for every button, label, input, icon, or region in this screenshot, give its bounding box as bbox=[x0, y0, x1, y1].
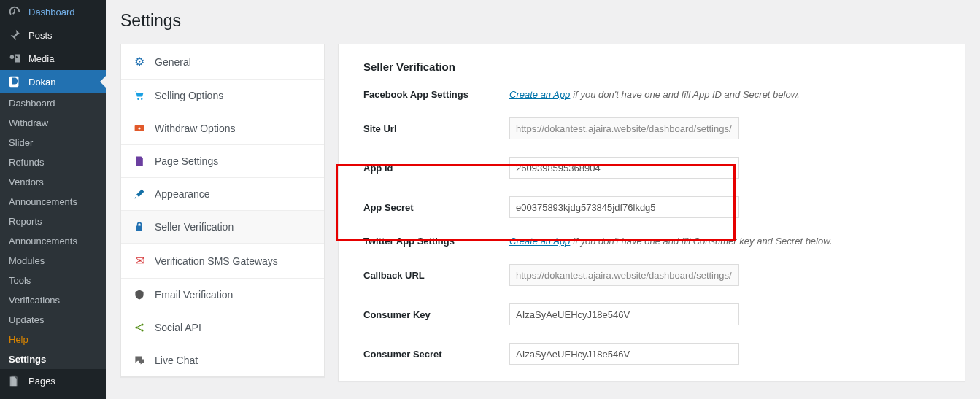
menu-label: Pages bbox=[28, 376, 55, 387]
menu-media[interactable]: Media bbox=[0, 47, 106, 70]
tab-email[interactable]: Email Verification bbox=[121, 279, 324, 311]
row-app-id: App Id bbox=[363, 157, 940, 179]
input-callback bbox=[509, 264, 739, 286]
tab-chat[interactable]: Live Chat bbox=[121, 344, 324, 376]
row-app-secret: App Secret bbox=[363, 196, 940, 218]
share-icon bbox=[133, 322, 146, 333]
tab-pages[interactable]: Page Settings bbox=[121, 145, 324, 178]
label-app-secret: App Secret bbox=[363, 202, 509, 213]
tab-social[interactable]: Social API bbox=[121, 311, 324, 344]
row-consumer-key: Consumer Key bbox=[363, 303, 940, 325]
submenu-modules[interactable]: Modules bbox=[0, 251, 106, 271]
label-consumer-key: Consumer Key bbox=[363, 309, 509, 320]
hint-twitter: if you don't have one and fill Consumer … bbox=[573, 236, 832, 247]
input-app-secret[interactable] bbox=[509, 196, 739, 218]
main-content: Settings ⚙ General Selling Options bbox=[106, 0, 980, 399]
svg-point-2 bbox=[137, 98, 139, 100]
menu-pages[interactable]: Pages bbox=[0, 369, 106, 392]
tab-sms[interactable]: ✉ Verification SMS Gateways bbox=[121, 244, 324, 279]
withdraw-icon bbox=[133, 123, 146, 134]
panel-heading: Seller Verification bbox=[363, 61, 940, 73]
label-facebook: Facebook App Settings bbox=[363, 89, 509, 100]
brush-icon bbox=[133, 188, 146, 200]
link-create-fb-app[interactable]: Create an App bbox=[509, 89, 570, 100]
submenu-reports[interactable]: Reports bbox=[0, 212, 106, 231]
menu-label: Dokan bbox=[28, 77, 56, 88]
dokan-submenu: Dashboard Withdraw Slider Refunds Vendor… bbox=[0, 93, 106, 369]
svg-point-0 bbox=[10, 55, 14, 59]
submenu-refunds[interactable]: Refunds bbox=[0, 152, 106, 172]
shield-icon bbox=[133, 289, 146, 301]
admin-sidebar: Dashboard Posts Media Dokan Dashboard Wi… bbox=[0, 0, 106, 399]
pages-icon bbox=[7, 374, 22, 387]
media-icon bbox=[7, 52, 22, 65]
submenu-settings[interactable]: Settings bbox=[0, 349, 106, 369]
tab-selling[interactable]: Selling Options bbox=[121, 80, 324, 112]
submenu-dashboard[interactable]: Dashboard bbox=[0, 93, 106, 113]
submenu-vendors[interactable]: Vendors bbox=[0, 172, 106, 192]
row-callback: Callback URL bbox=[363, 264, 940, 286]
svg-point-6 bbox=[135, 326, 137, 328]
input-consumer-secret[interactable] bbox=[509, 343, 739, 365]
submenu-tools[interactable]: Tools bbox=[0, 271, 106, 290]
input-app-id[interactable] bbox=[509, 157, 739, 179]
menu-posts[interactable]: Posts bbox=[0, 23, 106, 47]
tab-label: Appearance bbox=[155, 188, 210, 200]
envelope-icon: ✉ bbox=[133, 254, 146, 268]
settings-panel: Seller Verification Facebook App Setting… bbox=[338, 44, 965, 381]
tab-label: Live Chat bbox=[155, 355, 198, 366]
submenu-announcements[interactable]: Announcements bbox=[0, 192, 106, 212]
chat-icon bbox=[133, 355, 146, 366]
tab-label: Email Verification bbox=[155, 289, 233, 301]
tab-general[interactable]: ⚙ General bbox=[121, 44, 324, 80]
svg-point-7 bbox=[141, 323, 143, 325]
settings-tabs: ⚙ General Selling Options Withdraw Optio… bbox=[120, 44, 325, 377]
cart-icon bbox=[133, 90, 146, 101]
page-title: Settings bbox=[120, 0, 965, 44]
input-site-url bbox=[509, 117, 739, 139]
label-site-url: Site Url bbox=[363, 123, 509, 134]
tab-label: Social API bbox=[155, 322, 201, 333]
hint-facebook: if you don't have one and fill App ID an… bbox=[573, 89, 800, 100]
gear-icon: ⚙ bbox=[133, 55, 146, 69]
tab-label: Page Settings bbox=[155, 155, 218, 167]
row-site-url: Site Url bbox=[363, 117, 940, 139]
menu-label: Posts bbox=[28, 30, 53, 41]
svg-point-8 bbox=[141, 329, 143, 331]
submenu-help[interactable]: Help bbox=[0, 330, 106, 349]
lock-icon bbox=[133, 221, 146, 233]
tab-label: Seller Verification bbox=[155, 221, 234, 233]
svg-point-5 bbox=[138, 127, 140, 129]
row-consumer-secret: Consumer Secret bbox=[363, 343, 940, 365]
submenu-withdraw[interactable]: Withdraw bbox=[0, 113, 106, 133]
label-app-id: App Id bbox=[363, 163, 509, 174]
tab-label: General bbox=[155, 56, 191, 68]
svg-point-3 bbox=[141, 98, 142, 100]
tab-seller-verification[interactable]: Seller Verification bbox=[121, 211, 324, 244]
menu-label: Media bbox=[28, 53, 54, 64]
menu-dokan[interactable]: Dokan bbox=[0, 70, 106, 93]
row-facebook-heading: Facebook App Settings Create an App if y… bbox=[363, 89, 940, 100]
gauge-icon bbox=[7, 5, 22, 18]
tab-appearance[interactable]: Appearance bbox=[121, 178, 324, 211]
input-consumer-key[interactable] bbox=[509, 303, 739, 325]
menu-label: Dashboard bbox=[28, 7, 75, 18]
dokan-icon bbox=[7, 75, 22, 88]
label-callback: Callback URL bbox=[363, 270, 509, 281]
label-twitter: Twitter App Settings bbox=[363, 236, 509, 247]
submenu-slider[interactable]: Slider bbox=[0, 133, 106, 152]
menu-dashboard[interactable]: Dashboard bbox=[0, 0, 106, 23]
submenu-verifications[interactable]: Verifications bbox=[0, 290, 106, 310]
pin-icon bbox=[7, 28, 22, 42]
tab-label: Verification SMS Gateways bbox=[155, 255, 278, 267]
row-twitter-heading: Twitter App Settings Create an App if yo… bbox=[363, 236, 940, 247]
submenu-updates[interactable]: Updates bbox=[0, 310, 106, 330]
link-create-tw-app[interactable]: Create an App bbox=[509, 236, 570, 247]
submenu-announcements-2[interactable]: Announcements bbox=[0, 231, 106, 251]
tab-label: Withdraw Options bbox=[155, 123, 235, 134]
page-icon bbox=[133, 155, 146, 167]
tab-label: Selling Options bbox=[155, 90, 223, 101]
tab-withdraw[interactable]: Withdraw Options bbox=[121, 112, 324, 145]
label-consumer-secret: Consumer Secret bbox=[363, 349, 509, 360]
